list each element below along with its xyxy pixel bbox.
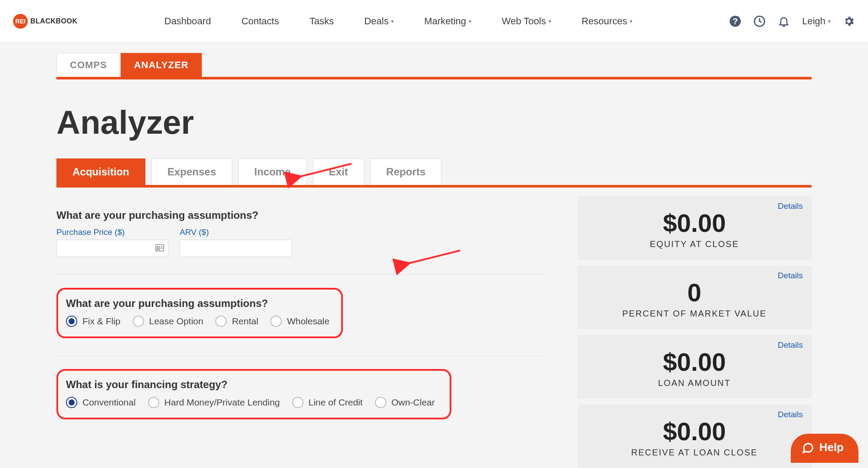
arv-label: ARV ($) bbox=[180, 227, 292, 237]
summary-caption: EQUITY AT CLOSE bbox=[586, 239, 803, 249]
radio-line-of-credit[interactable]: Line of Credit bbox=[292, 397, 363, 408]
summary-caption: LOAN AMOUNT bbox=[586, 378, 803, 388]
summary-value: $0.00 bbox=[586, 417, 803, 446]
top-tabs: COMPS ANALYZER bbox=[56, 53, 812, 77]
summary-value: 0 bbox=[586, 278, 803, 307]
summary-caption: RECEIVE AT LOAN CLOSE bbox=[586, 448, 803, 458]
radio-label: Line of Credit bbox=[309, 397, 363, 408]
help-button[interactable]: Help bbox=[791, 434, 858, 463]
financing-options: Conventional Hard Money/Private Lending … bbox=[66, 397, 439, 408]
nav-tasks[interactable]: Tasks bbox=[309, 16, 334, 27]
tab-comps[interactable]: COMPS bbox=[56, 53, 121, 77]
user-name: Leigh bbox=[802, 16, 825, 27]
summary-card-receive: Details $0.00 RECEIVE AT LOAN CLOSE bbox=[577, 405, 812, 468]
radio-lease-option[interactable]: Lease Option bbox=[133, 316, 204, 327]
radio-label: Conventional bbox=[82, 397, 136, 408]
logo-badge: REI bbox=[13, 14, 28, 29]
annotation-arrow-icon bbox=[295, 159, 356, 183]
nav-resources[interactable]: Resources ▾ bbox=[582, 16, 632, 27]
logo-text: BLACKBOOK bbox=[30, 17, 78, 25]
subtab-reports[interactable]: Reports bbox=[370, 158, 442, 185]
clock-icon[interactable] bbox=[753, 15, 766, 27]
radio-own-clear[interactable]: Own-Clear bbox=[375, 397, 435, 408]
chevron-down-icon: ▾ bbox=[469, 18, 471, 24]
nav-marketing-label: Marketing bbox=[424, 16, 466, 27]
gear-icon[interactable] bbox=[843, 15, 855, 27]
radio-wholesale[interactable]: Wholesale bbox=[270, 316, 329, 327]
contact-card-icon[interactable] bbox=[155, 244, 164, 254]
radio-hard-money[interactable]: Hard Money/Private Lending bbox=[148, 397, 280, 408]
bell-icon[interactable] bbox=[778, 15, 790, 27]
chevron-down-icon: ▾ bbox=[630, 18, 632, 24]
app-header: REI BLACKBOOK Dashboard Contacts Tasks D… bbox=[0, 0, 868, 43]
logo[interactable]: REI BLACKBOOK bbox=[13, 14, 78, 29]
page: COMPS ANALYZER Analyzer Acquisition Expe… bbox=[0, 53, 868, 468]
strategy-options: Fix & Flip Lease Option Rental Wholesale bbox=[66, 316, 331, 327]
nav-dashboard[interactable]: Dashboard bbox=[164, 16, 211, 27]
summary-value: $0.00 bbox=[586, 208, 803, 237]
radio-rental[interactable]: Rental bbox=[215, 316, 258, 327]
financing-highlight: What is your financing strategy? Convent… bbox=[56, 369, 451, 419]
divider bbox=[56, 356, 547, 356]
details-link[interactable]: Details bbox=[778, 410, 803, 419]
details-link[interactable]: Details bbox=[778, 271, 803, 280]
header-right: ? Leigh ▾ bbox=[729, 15, 855, 27]
details-link[interactable]: Details bbox=[778, 201, 803, 211]
field-arv: ARV ($) bbox=[180, 227, 292, 257]
svg-line-5 bbox=[299, 164, 352, 177]
summary-card-percent: Details 0 PERCENT OF MARKET VALUE bbox=[577, 266, 812, 329]
nav-webtools-label: Web Tools bbox=[502, 16, 546, 27]
nav-webtools[interactable]: Web Tools ▾ bbox=[502, 16, 551, 27]
subtab-expenses[interactable]: Expenses bbox=[151, 158, 232, 185]
help-label: Help bbox=[819, 441, 844, 454]
content: What are your purchasing assumptions? Pu… bbox=[56, 196, 812, 468]
radio-conventional[interactable]: Conventional bbox=[66, 397, 136, 408]
svg-line-6 bbox=[408, 250, 460, 264]
nav-resources-label: Resources bbox=[582, 16, 627, 27]
strategy-highlight-1: What are your purchasing assumptions? Fi… bbox=[56, 288, 343, 338]
question-strategy: What are your purchasing assumptions? bbox=[66, 297, 331, 310]
nav-deals[interactable]: Deals ▾ bbox=[364, 16, 394, 27]
nav-deals-label: Deals bbox=[364, 16, 388, 27]
subtab-underline bbox=[56, 185, 812, 188]
radio-label: Lease Option bbox=[149, 316, 204, 326]
purchase-price-label: Purchase Price ($) bbox=[56, 227, 168, 237]
sub-tabs: Acquisition Expenses Income Exit Reports bbox=[56, 158, 812, 185]
chat-icon bbox=[801, 441, 814, 454]
purchase-price-input[interactable] bbox=[56, 240, 168, 257]
arv-input[interactable] bbox=[180, 240, 292, 257]
summary-card-loan: Details $0.00 LOAN AMOUNT bbox=[577, 335, 812, 399]
nav-contacts[interactable]: Contacts bbox=[241, 16, 279, 27]
tab-underline bbox=[56, 77, 812, 79]
user-menu[interactable]: Leigh ▾ bbox=[802, 16, 831, 27]
nav-marketing[interactable]: Marketing ▾ bbox=[424, 16, 471, 27]
radio-label: Wholesale bbox=[287, 316, 329, 326]
radio-label: Rental bbox=[232, 316, 258, 326]
divider bbox=[56, 274, 547, 275]
chevron-down-icon: ▾ bbox=[549, 18, 551, 24]
summary-card-equity: Details $0.00 EQUITY AT CLOSE bbox=[577, 196, 812, 260]
radio-label: Own-Clear bbox=[391, 397, 435, 408]
radio-label: Hard Money/Private Lending bbox=[164, 397, 280, 408]
form-area: What are your purchasing assumptions? Pu… bbox=[56, 196, 560, 468]
field-row: Purchase Price ($) ARV ($) bbox=[56, 227, 547, 257]
radio-label: Fix & Flip bbox=[82, 316, 121, 326]
radio-fix-and-flip[interactable]: Fix & Flip bbox=[66, 316, 121, 327]
summary-value: $0.00 bbox=[586, 347, 803, 376]
main-nav: Dashboard Contacts Tasks Deals ▾ Marketi… bbox=[164, 16, 633, 27]
page-title: Analyzer bbox=[56, 103, 812, 141]
subtab-acquisition[interactable]: Acquisition bbox=[56, 158, 145, 185]
chevron-down-icon: ▾ bbox=[828, 18, 831, 24]
question-financing: What is your financing strategy? bbox=[66, 379, 439, 391]
annotation-arrow-icon bbox=[404, 246, 464, 270]
question-purchasing-assumptions: What are your purchasing assumptions? bbox=[56, 209, 547, 221]
summary-panel: Details $0.00 EQUITY AT CLOSE Details 0 … bbox=[577, 196, 812, 468]
chevron-down-icon: ▾ bbox=[391, 18, 394, 24]
summary-caption: PERCENT OF MARKET VALUE bbox=[586, 309, 803, 319]
details-link[interactable]: Details bbox=[778, 340, 803, 350]
field-purchase-price: Purchase Price ($) bbox=[56, 227, 168, 257]
svg-text:?: ? bbox=[733, 16, 738, 26]
svg-point-4 bbox=[157, 247, 159, 249]
help-icon[interactable]: ? bbox=[729, 15, 741, 27]
tab-analyzer[interactable]: ANALYZER bbox=[121, 53, 202, 77]
